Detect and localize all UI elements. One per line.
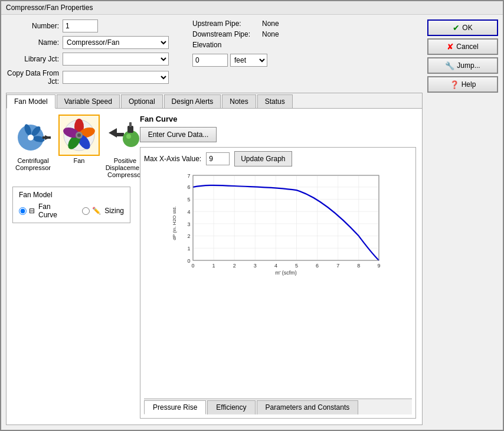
- tab-optional[interactable]: Optional: [121, 94, 163, 108]
- library-jct-label: Library Jct:: [6, 55, 59, 63]
- svg-text:3: 3: [187, 221, 190, 227]
- elevation-label: Elevation: [192, 41, 221, 49]
- svg-text:7: 7: [336, 263, 339, 269]
- svg-point-14: [77, 133, 81, 137]
- sub-tab-efficiency[interactable]: Efficiency: [207, 400, 255, 414]
- elevation-unit-select[interactable]: feet meters: [230, 54, 267, 67]
- svg-text:dP (in. H2O std.: dP (in. H2O std.: [172, 206, 177, 240]
- svg-rect-16: [117, 133, 124, 136]
- svg-text:2: 2: [187, 233, 190, 239]
- svg-point-18: [126, 134, 131, 139]
- centrifugal-compressor-option[interactable]: CentrifugalCompressor: [12, 115, 54, 178]
- help-button[interactable]: ❓ Help: [427, 76, 498, 93]
- cancel-button[interactable]: ✘ Cancel: [427, 38, 498, 55]
- svg-rect-21: [193, 175, 379, 260]
- svg-point-17: [123, 130, 139, 147]
- fan-option[interactable]: Fan: [58, 115, 100, 178]
- tab-variable-speed[interactable]: Variable Speed: [57, 94, 120, 108]
- main-tabs: Fan Model Variable Speed Optional Design…: [6, 93, 422, 109]
- sub-tab-pressure-rise[interactable]: Pressure Rise: [144, 400, 206, 414]
- copy-data-label: Copy Data From Jct:: [6, 69, 59, 86]
- svg-text:6: 6: [316, 263, 319, 269]
- fan-curve-label: Fan Curve: [38, 203, 70, 219]
- sizing-label: Sizing: [104, 207, 124, 215]
- fan-icon-box: [58, 115, 100, 156]
- svg-text:7: 7: [187, 173, 190, 179]
- svg-rect-5: [42, 136, 51, 139]
- svg-text:9: 9: [377, 263, 380, 269]
- tab-notes[interactable]: Notes: [222, 94, 256, 108]
- update-graph-button[interactable]: Update Graph: [234, 151, 292, 166]
- svg-text:3: 3: [254, 263, 257, 269]
- svg-text:1: 1: [212, 263, 215, 269]
- centrifugal-label: CentrifugalCompressor: [15, 157, 51, 171]
- window-title: Compressor/Fan Properties: [6, 4, 93, 12]
- centrifugal-compressor-icon-box: [12, 115, 54, 156]
- name-select[interactable]: Compressor/Fan: [63, 36, 169, 49]
- copy-data-select[interactable]: [63, 71, 169, 84]
- max-x-axis-input[interactable]: [206, 152, 230, 165]
- upstream-pipe-value: None: [262, 19, 279, 28]
- svg-text:0: 0: [187, 258, 190, 264]
- sizing-radio[interactable]: ✏️ Sizing: [82, 207, 124, 215]
- sub-tabs: Pressure Rise Efficiency Parameters and …: [144, 399, 412, 414]
- ok-button[interactable]: ✔ OK: [427, 19, 498, 36]
- upstream-pipe-label: Upstream Pipe:: [192, 19, 257, 28]
- fan-model-section-title: Fan Model: [19, 191, 124, 199]
- enter-curve-data-button[interactable]: Enter Curve Data...: [140, 127, 217, 142]
- fan-curve-chart: 0 1 2 3 4 5 6 7 0: [144, 170, 412, 276]
- jump-button[interactable]: 🔧 Jump...: [427, 57, 498, 74]
- svg-text:8: 8: [357, 263, 360, 269]
- centrifugal-compressor-icon: [14, 116, 52, 154]
- elevation-input[interactable]: [192, 54, 228, 67]
- fan-icon: [60, 116, 98, 154]
- svg-rect-20: [129, 122, 132, 127]
- downstream-pipe-value: None: [262, 30, 279, 38]
- fan-curve-radio[interactable]: ⊟ Fan Curve: [19, 203, 70, 219]
- tab-fan-model[interactable]: Fan Model: [6, 94, 55, 109]
- title-bar: Compressor/Fan Properties: [1, 1, 503, 15]
- svg-text:4: 4: [187, 209, 190, 215]
- svg-text:5: 5: [187, 197, 190, 203]
- library-jct-select[interactable]: [63, 53, 169, 66]
- tab-status[interactable]: Status: [257, 94, 293, 108]
- svg-text:m' (scfm): m' (scfm): [275, 270, 297, 276]
- main-window: Compressor/Fan Properties Number: Name: …: [0, 0, 504, 431]
- fan-label: Fan: [74, 157, 85, 164]
- number-input[interactable]: [63, 19, 98, 32]
- number-label: Number:: [6, 22, 59, 30]
- fan-curve-title: Fan Curve: [140, 115, 416, 123]
- svg-text:2: 2: [233, 263, 236, 269]
- fan-type-icons: CentrifugalCompressor: [12, 115, 130, 178]
- max-x-axis-label: Max X-Axis Value:: [144, 155, 201, 163]
- svg-text:1: 1: [187, 246, 190, 252]
- svg-marker-15: [109, 128, 117, 138]
- svg-text:0: 0: [191, 263, 194, 269]
- svg-text:5: 5: [295, 263, 298, 269]
- sub-tab-parameters-constants[interactable]: Parameters and Constants: [257, 400, 359, 414]
- svg-text:6: 6: [187, 184, 190, 190]
- svg-text:4: 4: [274, 263, 277, 269]
- name-label: Name:: [6, 38, 59, 47]
- positive-displacement-label: PositiveDisplacementCompressor: [106, 157, 145, 178]
- svg-point-6: [28, 135, 34, 141]
- downstream-pipe-label: Downstream Pipe:: [192, 30, 257, 38]
- tab-design-alerts[interactable]: Design Alerts: [164, 94, 221, 108]
- positive-displacement-icon: [106, 116, 144, 154]
